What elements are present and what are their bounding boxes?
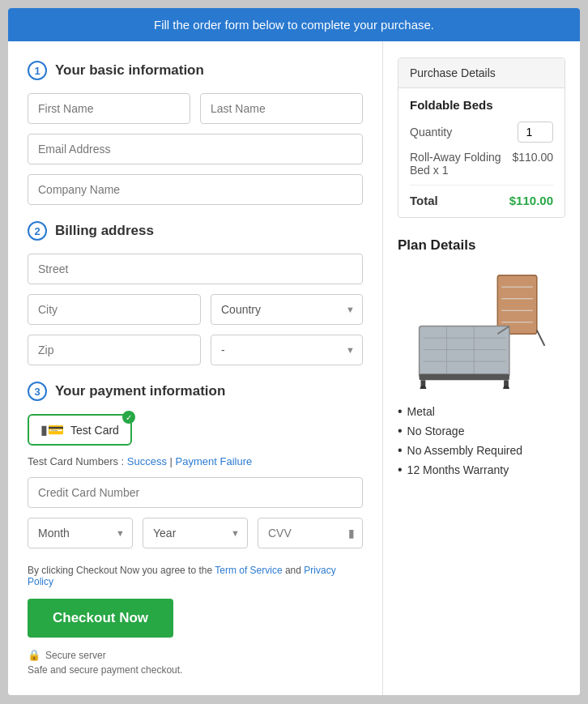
item-price: $110.00 — [512, 151, 553, 177]
quantity-row: Quantity — [410, 122, 553, 143]
tos-link[interactable]: Term of Service — [215, 565, 282, 576]
check-icon: ✓ — [122, 411, 135, 424]
section2-heading: Billing address — [55, 223, 154, 239]
state-select[interactable]: - — [211, 335, 363, 365]
item-row: Roll-Away Folding Bed x 1 $110.00 — [410, 151, 553, 186]
plan-details: Plan Details — [398, 237, 565, 477]
country-wrap: Country ▼ — [211, 294, 363, 325]
banner-text: Fill the order form below to complete yo… — [154, 18, 434, 32]
product-image-area — [398, 263, 565, 393]
cvv-wrap: ▮ — [258, 518, 363, 548]
country-select[interactable]: Country — [211, 294, 363, 325]
top-banner: Fill the order form below to complete yo… — [8, 8, 580, 41]
product-name: Foldable Beds — [410, 98, 553, 112]
lock-icon: 🔒 — [28, 649, 40, 661]
first-name-input[interactable] — [28, 93, 190, 124]
state-wrap: - ▼ — [211, 335, 363, 365]
terms-text: By clicking Checkout Now you agree to th… — [28, 565, 363, 587]
right-panel: Purchase Details Foldable Beds Quantity … — [383, 41, 580, 695]
quantity-label: Quantity — [410, 126, 452, 139]
company-row — [28, 174, 363, 205]
section1-num: 1 — [28, 61, 47, 80]
terms-conjunction: and — [285, 565, 304, 576]
success-link[interactable]: Success — [127, 455, 167, 467]
svg-line-7 — [536, 330, 544, 345]
plan-details-title: Plan Details — [398, 237, 565, 254]
left-panel: 1 Your basic information 2 Billi — [8, 41, 383, 695]
section3-num: 3 — [28, 382, 47, 401]
purchase-details-box: Purchase Details Foldable Beds Quantity … — [398, 58, 565, 218]
month-wrap: Month 010203 040506 070809 101112 ▼ — [28, 518, 133, 548]
total-label: Total — [410, 194, 438, 207]
svg-rect-14 — [419, 374, 509, 381]
email-input[interactable] — [28, 134, 363, 164]
pipe-separator: | — [170, 455, 176, 467]
year-wrap: Year 202420252026 202720282029 ▼ — [143, 518, 248, 548]
feature-storage: • No Storage — [398, 424, 565, 438]
section-basic-info: 1 Your basic information — [28, 61, 363, 205]
section2-num: 2 — [28, 221, 47, 241]
street-input[interactable] — [28, 254, 363, 284]
test-card-label: Test Card — [70, 424, 119, 437]
plan-features-list: • Metal • No Storage • No Assembly Requi… — [398, 404, 565, 477]
feature-storage-text: No Storage — [407, 425, 465, 437]
company-input[interactable] — [28, 174, 363, 205]
city-input[interactable] — [28, 294, 201, 325]
bullet-icon: • — [398, 424, 403, 438]
bullet-icon: • — [398, 404, 403, 419]
quantity-input[interactable] — [518, 122, 553, 143]
zip-state-row: - ▼ — [28, 335, 363, 365]
feature-assembly-text: No Assembly Required — [407, 444, 522, 457]
main-content: 1 Your basic information 2 Billi — [8, 41, 580, 695]
test-card-prefix: Test Card Numbers : — [28, 455, 127, 467]
section1-heading: Your basic information — [55, 62, 204, 79]
checkout-button[interactable]: Checkout Now — [28, 599, 173, 638]
payment-failure-link[interactable]: Payment Failure — [176, 455, 253, 467]
item-label: Roll-Away Folding Bed x 1 — [410, 151, 512, 177]
page-wrapper: Fill the order form below to complete yo… — [8, 8, 580, 695]
bullet-icon: • — [398, 443, 403, 458]
test-card-numbers-row: Test Card Numbers : Success | Payment Fa… — [28, 455, 363, 467]
feature-assembly: • No Assembly Required — [398, 443, 565, 458]
city-country-row: Country ▼ — [28, 294, 363, 325]
total-row: Total $110.00 — [410, 194, 553, 207]
cc-number-input[interactable] — [28, 477, 363, 508]
month-select[interactable]: Month 010203 040506 070809 101112 — [28, 518, 133, 548]
safe-text: Safe and secure payment checkout. — [28, 664, 363, 676]
bed-svg — [401, 267, 563, 389]
feature-metal: • Metal — [398, 404, 565, 419]
cvv-input[interactable] — [258, 518, 363, 548]
section-payment: 3 Your payment information ▮💳 Test Card … — [28, 382, 363, 548]
section1-title: 1 Your basic information — [28, 61, 363, 80]
credit-card-icon: ▮💳 — [40, 422, 64, 437]
test-card-button[interactable]: ▮💳 Test Card ✓ — [28, 414, 132, 446]
section2-title: 2 Billing address — [28, 221, 363, 241]
last-name-input[interactable] — [200, 93, 363, 124]
secure-server-row: 🔒 Secure server — [28, 649, 363, 661]
section3-heading: Your payment information — [55, 383, 225, 399]
feature-warranty: • 12 Months Warranty — [398, 463, 565, 477]
svg-rect-0 — [497, 275, 536, 335]
purchase-details-header: Purchase Details — [398, 58, 565, 88]
section3-title: 3 Your payment information — [28, 382, 363, 401]
cc-input-wrap — [28, 477, 363, 508]
year-select[interactable]: Year 202420252026 202720282029 — [143, 518, 248, 548]
section-billing: 2 Billing address Country ▼ — [28, 221, 363, 365]
secure-label: Secure server — [45, 650, 106, 661]
svg-rect-8 — [419, 326, 509, 378]
purchase-details-body: Foldable Beds Quantity Roll-Away Folding… — [398, 88, 565, 217]
terms-prefix: By clicking Checkout Now you agree to th… — [28, 565, 215, 576]
total-price: $110.00 — [509, 194, 553, 207]
feature-metal-text: Metal — [407, 405, 435, 418]
bullet-icon: • — [398, 463, 403, 477]
email-row — [28, 134, 363, 164]
street-row — [28, 254, 363, 284]
name-row — [28, 93, 363, 124]
month-year-cvv-row: Month 010203 040506 070809 101112 ▼ Year… — [28, 518, 363, 548]
feature-warranty-text: 12 Months Warranty — [407, 463, 509, 476]
zip-input[interactable] — [28, 335, 201, 365]
